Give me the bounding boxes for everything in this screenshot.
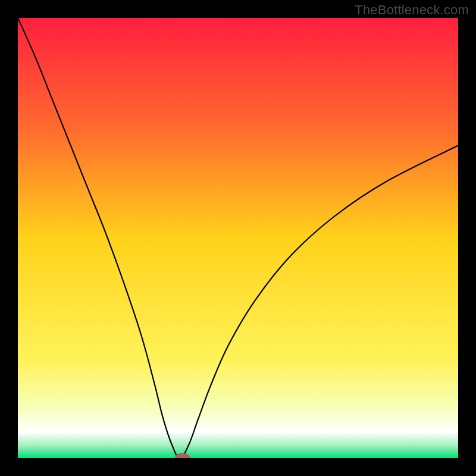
background-rect xyxy=(18,18,458,458)
chart-frame: TheBottleneck.com xyxy=(0,0,476,476)
watermark-text: TheBottleneck.com xyxy=(355,2,469,18)
chart-svg xyxy=(18,18,458,458)
plot-area xyxy=(18,18,458,458)
